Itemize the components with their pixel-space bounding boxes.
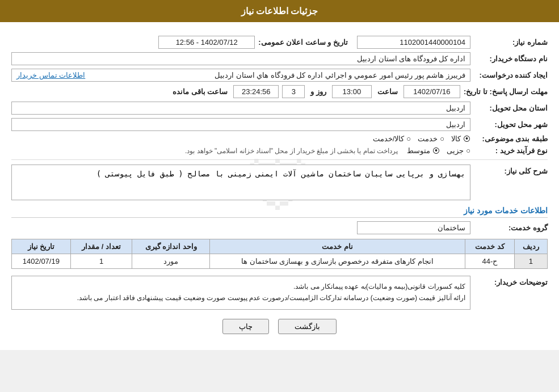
col-code: کد خدمت: [465, 239, 515, 254]
purchase-option-motavasset[interactable]: ⦿ متوسط: [407, 146, 440, 155]
purchase-radio-group: ○ جزیی ⦿ متوسط: [407, 146, 470, 155]
purchase-radio-jozi[interactable]: ○: [466, 146, 470, 155]
services-table: ردیف کد خدمت نام خدمت واحد اندازه گیری ت…: [11, 239, 548, 269]
purchase-type-label: نوع فرآیند خرید :: [474, 146, 548, 155]
purchase-option-jozi[interactable]: ○ جزیی: [447, 146, 470, 155]
purchase-note: پرداخت تمام یا بخشی از مبلغ خریدار از مح…: [185, 147, 398, 155]
page-title: جزئیات اطلاعات نیاز: [241, 6, 318, 16]
category-label: طبقه بندی موضوعی:: [474, 134, 548, 143]
category-option-khedmat[interactable]: ○ خدمت: [418, 134, 444, 143]
cell-row: 1: [514, 254, 547, 269]
need-desc-textarea[interactable]: [11, 165, 470, 200]
table-row: 1 ح-44 انجام کارهای متفرقه درخصوص بازساز…: [12, 254, 548, 269]
category-radio-kala[interactable]: ⦿: [463, 134, 470, 143]
response-date-value: 1402/07/16: [404, 85, 460, 98]
page-header: جزئیات اطلاعات نیاز: [0, 0, 559, 22]
buttons-row: بازگشت چاپ: [11, 319, 548, 334]
requester-value: فريبرز هاشم پور رئيس امور عمومي و اجرائي…: [215, 71, 465, 79]
category-option-kala[interactable]: ⦿ کالا: [451, 134, 470, 143]
response-day-label: روز و: [310, 87, 326, 96]
col-unit: واحد اندازه گیری: [132, 239, 210, 254]
col-count: تعداد / مقدار: [70, 239, 132, 254]
remaining-time-value: 23:24:56: [233, 85, 279, 98]
response-time-label: ساعت: [377, 87, 398, 96]
category-radio-group: ⦿ کالا ○ خدمت ○ کالا/خدمت: [373, 134, 470, 143]
divider-1: [11, 159, 548, 160]
requester-contact-link[interactable]: اطلاعات تماس خریدار: [16, 71, 85, 79]
buyer-name-label: نام دستگاه خریدار:: [474, 54, 548, 63]
city-label: شهر محل تحویل:: [474, 120, 548, 129]
province-label: استان محل تحویل:: [474, 104, 548, 112]
announcement-datetime-value: 1402/07/12 - 12:56: [158, 36, 255, 49]
cell-code: ح-44: [465, 254, 515, 269]
requester-label: ایجاد کننده درخواست:: [474, 71, 548, 79]
province-value: اردبیل: [11, 102, 470, 115]
category-option-kala-khedmat[interactable]: ○ کالا/خدمت: [373, 134, 411, 143]
col-row: ردیف: [514, 239, 547, 254]
category-radio-kala-khedmat[interactable]: ○: [406, 134, 411, 143]
buyer-notes-value: کلیه کسورات قانونی(بیمه و مالیات)به عهده…: [11, 276, 470, 310]
cell-unit: مورد: [132, 254, 210, 269]
announcement-datetime-label: تاریخ و ساعت اعلان عمومی:: [258, 38, 348, 47]
back-button[interactable]: بازگشت: [278, 319, 337, 334]
cell-date: 1402/07/19: [12, 254, 71, 269]
need-desc-label: شرح کلی نیاز:: [474, 165, 548, 175]
services-section-title: اطلاعات خدمات مورد نیاز: [11, 206, 548, 218]
col-date: تاریخ نیاز: [12, 239, 71, 254]
print-button[interactable]: چاپ: [222, 319, 269, 334]
city-value: اردبیل: [11, 118, 470, 131]
remaining-time-label: ساعت باقی مانده: [173, 87, 228, 96]
page-wrapper: جزئیات اطلاعات نیاز 🛡 شماره نیاز: 110200…: [0, 0, 559, 350]
col-name: نام خدمت: [210, 239, 465, 254]
need-number-label: شماره نیاز:: [474, 38, 548, 47]
purchase-radio-motavasset[interactable]: ⦿: [432, 146, 440, 155]
cell-count: 1: [70, 254, 132, 269]
response-time-value: 13:00: [332, 85, 372, 98]
buyer-notes-label: توضیحات خریدار:: [474, 276, 548, 286]
response-day-value: 3: [282, 85, 305, 98]
response-deadline-label: مهلت ارسال پاسخ: تا تاریخ:: [464, 87, 548, 96]
service-group-value: ساختمان: [357, 221, 470, 234]
need-number-value: 1102001440000104: [357, 36, 470, 49]
service-group-label: گروه خدمت:: [474, 224, 548, 232]
buyer-name-value: اداره کل فرودگاه های استان اردبیل: [11, 52, 470, 65]
category-radio-khedmat[interactable]: ○: [440, 134, 444, 143]
cell-name: انجام کارهای متفرقه درخصوص بازسازی و بهس…: [210, 254, 465, 269]
